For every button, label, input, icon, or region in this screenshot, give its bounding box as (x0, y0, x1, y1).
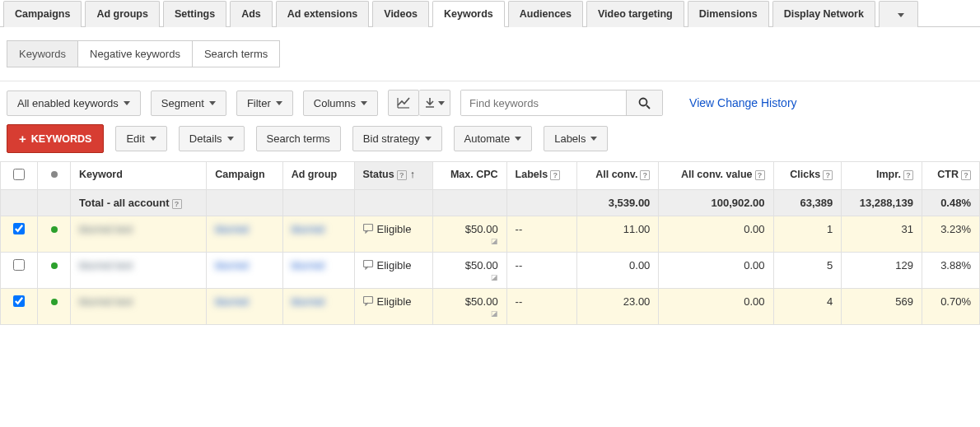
col-keyword[interactable]: Keyword (71, 162, 207, 190)
caret-down-icon (227, 137, 234, 141)
total-allconvval: 100,902.00 (659, 190, 773, 216)
caret-down-icon (124, 101, 130, 105)
col-campaign[interactable]: Campaign (207, 162, 282, 190)
sort-asc-icon: ↑ (410, 169, 415, 180)
col-ctr[interactable]: CTR? (922, 162, 979, 190)
search-box (460, 90, 663, 116)
search-input[interactable] (461, 91, 626, 115)
cell-maxcpc: $50.00◪ (433, 253, 506, 289)
row-checkbox[interactable] (13, 295, 25, 307)
tab-dimensions[interactable]: Dimensions (688, 1, 769, 27)
subtab-search-terms[interactable]: Search terms (193, 40, 280, 67)
total-impr: 13,288,139 (842, 190, 922, 216)
col-select-all[interactable] (1, 162, 38, 190)
tab-ad-groups[interactable]: Ad groups (85, 1, 160, 27)
help-icon[interactable]: ? (961, 170, 971, 180)
tab-audiences[interactable]: Audiences (508, 1, 583, 27)
download-icon (425, 98, 435, 108)
keyword-text: blurred text (79, 223, 133, 235)
svg-rect-4 (363, 225, 372, 231)
columns-dropdown[interactable]: Columns (303, 91, 378, 116)
chart-button[interactable] (388, 90, 419, 116)
keywords-table: Keyword Campaign Ad group Status?↑ Max. … (0, 161, 980, 325)
tab-settings[interactable]: Settings (163, 1, 226, 27)
cell-impr: 31 (842, 216, 922, 253)
status-text: Eligible (377, 295, 412, 308)
cell-campaign: blurred (207, 253, 282, 289)
keyword-text: blurred text (79, 295, 133, 308)
cell-campaign: blurred (207, 289, 282, 325)
add-keywords-button[interactable]: +KEYWORDS (7, 124, 104, 153)
edit-dropdown[interactable]: Edit (115, 126, 166, 151)
cell-status: Eligible (354, 253, 433, 289)
tab-more-dropdown[interactable] (879, 1, 918, 27)
filter-enabled-keywords-dropdown[interactable]: All enabled keywords (7, 91, 141, 116)
download-dropdown[interactable] (419, 90, 450, 116)
total-clicks: 63,389 (773, 190, 842, 216)
select-all-checkbox[interactable] (13, 169, 25, 180)
help-icon[interactable]: ? (172, 199, 182, 209)
col-allconvval[interactable]: All conv. value? (659, 162, 773, 190)
help-icon[interactable]: ? (640, 170, 650, 180)
table-row[interactable]: blurred textblurredblurredEligible$50.00… (1, 289, 980, 325)
details-dropdown[interactable]: Details (179, 126, 245, 151)
automate-label: Automate (464, 132, 511, 145)
svg-rect-6 (363, 297, 372, 304)
status-text: Eligible (377, 259, 412, 272)
cell-allconvval: 0.00 (659, 289, 773, 325)
filter-dropdown[interactable]: Filter (236, 91, 293, 116)
svg-line-3 (646, 105, 650, 109)
row-checkbox[interactable] (13, 223, 25, 234)
tab-display-network[interactable]: Display Network (772, 1, 875, 27)
tab-ads[interactable]: Ads (230, 1, 273, 27)
row-checkbox[interactable] (13, 259, 25, 271)
table-row[interactable]: blurred textblurredblurredEligible$50.00… (1, 253, 980, 289)
edit-flag-icon[interactable]: ◪ (441, 237, 497, 245)
campaign-text: blurred (215, 259, 248, 272)
speech-bubble-icon[interactable] (363, 224, 374, 236)
allconv-header-label: All conv. (595, 169, 637, 180)
col-status-dot[interactable] (38, 162, 71, 190)
segment-dropdown[interactable]: Segment (151, 91, 226, 116)
help-icon[interactable]: ? (755, 170, 765, 180)
tab-video-targeting[interactable]: Video targeting (586, 1, 684, 27)
col-adgroup[interactable]: Ad group (282, 162, 354, 190)
cell-maxcpc: $50.00◪ (433, 289, 506, 325)
edit-flag-icon[interactable]: ◪ (441, 273, 497, 281)
speech-bubble-icon[interactable] (363, 296, 374, 309)
col-impr[interactable]: Impr.? (842, 162, 922, 190)
search-terms-button[interactable]: Search terms (256, 126, 341, 151)
col-status[interactable]: Status?↑ (354, 162, 433, 190)
table-row[interactable]: blurred textblurredblurredEligible$50.00… (1, 216, 980, 253)
subtab-negative-keywords[interactable]: Negative keywords (78, 40, 193, 67)
tab-campaigns[interactable]: Campaigns (3, 1, 82, 27)
subtab-keywords[interactable]: Keywords (7, 40, 78, 67)
view-change-history-link[interactable]: View Change History (689, 96, 796, 109)
total-allconv: 3,539.00 (577, 190, 659, 216)
caret-down-icon (438, 101, 445, 105)
tab-videos[interactable]: Videos (372, 1, 429, 27)
help-icon[interactable]: ? (397, 170, 407, 180)
search-button[interactable] (626, 91, 662, 115)
edit-flag-icon[interactable]: ◪ (441, 309, 497, 318)
help-icon[interactable]: ? (550, 170, 560, 180)
bid-strategy-dropdown[interactable]: Bid strategy (352, 126, 442, 151)
col-clicks[interactable]: Clicks? (773, 162, 842, 190)
caret-down-icon (361, 101, 367, 105)
edit-label: Edit (126, 132, 144, 145)
col-labels[interactable]: Labels? (506, 162, 577, 190)
labels-dropdown[interactable]: Labels (544, 126, 608, 151)
tab-ad-extensions[interactable]: Ad extensions (276, 1, 369, 27)
help-icon[interactable]: ? (903, 170, 913, 180)
total-label-cell: Total - all account? (71, 190, 207, 216)
search-icon (638, 97, 651, 109)
help-icon[interactable]: ? (823, 170, 833, 180)
svg-rect-5 (363, 261, 372, 267)
cell-adgroup: blurred (282, 216, 354, 253)
speech-bubble-icon[interactable] (363, 260, 374, 272)
impr-header-label: Impr. (876, 169, 901, 180)
automate-dropdown[interactable]: Automate (454, 126, 533, 151)
col-maxcpc[interactable]: Max. CPC (433, 162, 506, 190)
col-allconv[interactable]: All conv.? (577, 162, 659, 190)
tab-keywords[interactable]: Keywords (432, 1, 505, 27)
